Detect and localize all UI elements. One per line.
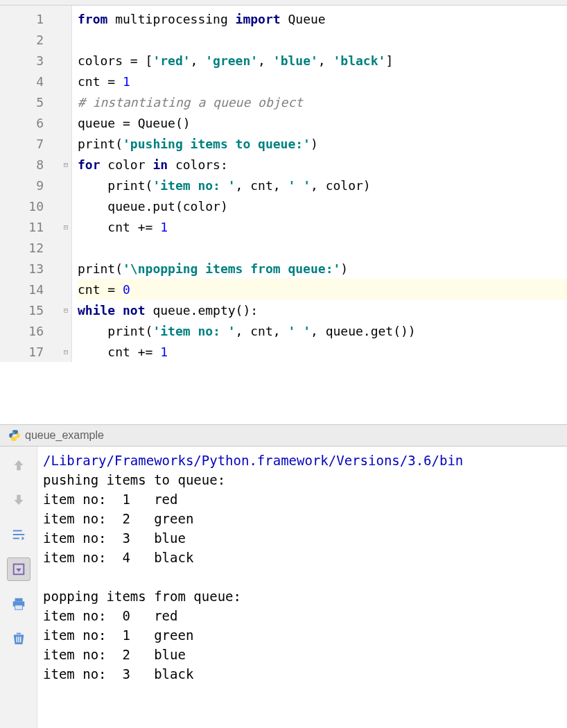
console-line: item no: 2 blue	[43, 645, 561, 664]
console-line: item no: 1 red	[43, 489, 561, 509]
line-number: 14	[0, 279, 71, 300]
console-line: item no: 1 green	[43, 625, 561, 645]
scroll-to-end-button[interactable]	[7, 557, 30, 581]
console-line: item no: 4 black	[43, 548, 561, 567]
code-line[interactable]: print('pushing items to queue:')	[78, 133, 567, 154]
code-line[interactable]: print('\npopping items from queue:')	[78, 258, 567, 279]
fold-close-icon[interactable]: ⊟	[62, 347, 70, 356]
svg-rect-1	[15, 598, 22, 602]
line-number: 10	[0, 196, 71, 216]
code-line[interactable]: queue.put(color)	[78, 196, 567, 216]
code-line[interactable]: print('item no: ', cnt, ' ', color)	[78, 175, 567, 196]
line-number: 13	[0, 258, 71, 279]
arrow-down-button[interactable]	[7, 488, 30, 512]
code-line[interactable]: cnt = 0	[78, 279, 567, 300]
fold-close-icon[interactable]: ⊟	[62, 223, 70, 231]
code-line[interactable]: from multiprocessing import Queue	[78, 8, 567, 29]
code-line[interactable]: queue = Queue()	[78, 112, 567, 133]
line-number: 3	[0, 50, 71, 71]
line-number: 11⊟	[0, 216, 71, 237]
line-number: 15⊟	[0, 300, 71, 320]
code-line[interactable]: # instantiating a queue object	[78, 92, 567, 112]
code-line[interactable]: while not queue.empty():	[78, 300, 567, 320]
console-line: item no: 2 green	[43, 509, 561, 528]
console-tab-label[interactable]: queue_example	[25, 429, 104, 442]
code-line[interactable]	[78, 237, 567, 258]
print-button[interactable]	[7, 592, 30, 616]
line-number: 7	[0, 133, 71, 154]
fold-open-icon[interactable]: ⊟	[62, 306, 70, 314]
console-line: popping items from queue:	[43, 587, 561, 606]
code-line[interactable]: cnt = 1	[78, 71, 567, 92]
console-line: item no: 0 red	[43, 606, 561, 625]
line-number: 12	[0, 237, 71, 258]
line-number: 5	[0, 92, 71, 112]
console-line: item no: 3 blue	[43, 528, 561, 548]
console-toolbar	[0, 447, 37, 728]
code-area[interactable]: from multiprocessing import Queuecolors …	[72, 6, 567, 362]
python-file-icon	[8, 429, 21, 442]
line-number: 6	[0, 112, 71, 133]
code-line[interactable]: for color in colors:	[78, 154, 567, 175]
line-number: 17⊟	[0, 341, 71, 362]
interpreter-path: /Library/Frameworks/Python.framework/Ver…	[43, 451, 561, 470]
line-number: 8⊟	[0, 154, 71, 175]
console-line	[43, 567, 561, 587]
arrow-up-button[interactable]	[7, 453, 30, 477]
console-line: item no: 3 black	[43, 664, 561, 684]
code-line[interactable]: cnt += 1	[78, 341, 567, 362]
editor-bottom-space	[0, 362, 567, 424]
code-line[interactable]: colors = ['red', 'green', 'blue', 'black…	[78, 50, 567, 71]
fold-open-icon[interactable]: ⊟	[62, 160, 70, 168]
code-line[interactable]	[78, 29, 567, 50]
window-top-bar	[0, 0, 567, 6]
console-tab-bar: queue_example	[0, 424, 567, 447]
console-output[interactable]: /Library/Frameworks/Python.framework/Ver…	[37, 447, 567, 728]
line-number: 9	[0, 175, 71, 196]
line-number: 16	[0, 320, 71, 341]
line-number: 2	[0, 29, 71, 50]
editor-pane: 12345678⊟91011⊟12131415⊟1617⊟ from multi…	[0, 6, 567, 362]
code-line[interactable]: cnt += 1	[78, 216, 567, 237]
code-line[interactable]: print('item no: ', cnt, ' ', queue.get()…	[78, 320, 567, 341]
console-pane: /Library/Frameworks/Python.framework/Ver…	[0, 447, 567, 728]
svg-rect-3	[15, 605, 22, 609]
console-line: pushing items to queue:	[43, 470, 561, 489]
trash-button[interactable]	[7, 627, 30, 650]
line-number-gutter: 12345678⊟91011⊟12131415⊟1617⊟	[0, 6, 72, 362]
soft-wrap-button[interactable]	[7, 523, 30, 546]
line-number: 1	[0, 8, 71, 29]
line-number: 4	[0, 71, 71, 92]
